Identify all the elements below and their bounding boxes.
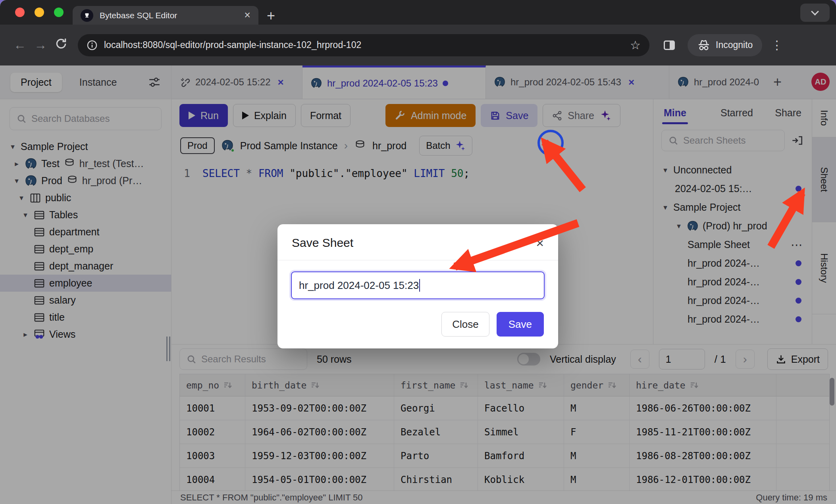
url-text[interactable]: localhost:8080/sql-editor/prod-sample-in… — [104, 40, 624, 50]
bookmark-star-icon[interactable]: ☆ — [630, 38, 641, 52]
browser-tab[interactable]: Bytebase SQL Editor × — [73, 6, 258, 25]
site-info-icon[interactable] — [87, 40, 98, 51]
text-cursor — [419, 279, 420, 292]
incognito-icon — [697, 39, 711, 51]
browser-window: Bytebase SQL Editor × + ← → localhost:80… — [0, 0, 836, 504]
sheet-name-input[interactable]: hr_prod 2024-02-05 15:23 — [291, 271, 545, 299]
back-button[interactable]: ← — [10, 38, 30, 52]
address-bar[interactable]: localhost:8080/sql-editor/prod-sample-in… — [78, 34, 649, 56]
chevron-down-icon — [811, 8, 819, 15]
save-sheet-dialog: Save Sheet × hr_prod 2024-02-05 15:23 Cl… — [277, 224, 558, 348]
close-window-button[interactable] — [15, 8, 25, 17]
reload-button[interactable] — [51, 37, 71, 53]
bytebase-logo-icon — [81, 9, 93, 22]
dialog-save-button[interactable]: Save — [497, 312, 544, 337]
sheet-name-value: hr_prod 2024-02-05 15:23 — [299, 279, 419, 292]
incognito-badge: Incognito — [688, 34, 762, 56]
close-tab-icon[interactable]: × — [244, 10, 250, 21]
browser-titlebar: Bytebase SQL Editor × + — [0, 0, 836, 25]
minimize-window-button[interactable] — [35, 8, 44, 17]
browser-menu-icon[interactable]: ⋮ — [771, 38, 783, 52]
side-panel-icon[interactable] — [664, 40, 675, 50]
tab-search-button[interactable] — [800, 4, 830, 22]
dialog-title: Save Sheet — [292, 236, 353, 250]
new-tab-button[interactable]: + — [267, 9, 275, 23]
forward-button[interactable]: → — [30, 38, 51, 52]
zoom-window-button[interactable] — [54, 8, 64, 17]
browser-tab-title: Bytebase SQL Editor — [100, 11, 238, 20]
incognito-label: Incognito — [716, 40, 753, 50]
browser-navbar: ← → localhost:8080/sql-editor/prod-sampl… — [0, 25, 836, 65]
dialog-close-button[interactable]: Close — [441, 312, 489, 337]
close-dialog-icon[interactable]: × — [536, 236, 544, 250]
